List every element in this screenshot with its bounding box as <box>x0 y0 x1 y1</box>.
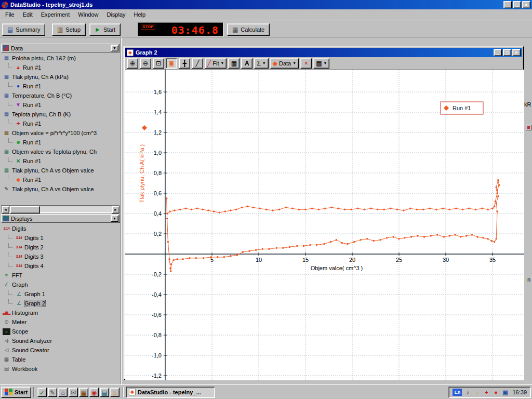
display-item-graph[interactable]: ∠Graph <box>1 280 120 289</box>
display-item-table[interactable]: ▦Table <box>1 355 120 364</box>
pressure-volume-chart[interactable]: 1,61,41,21,00,80,60,40,2-0,2-0,4-0,6-0,8… <box>125 70 524 380</box>
run-item[interactable]: ●Run #1 <box>1 82 120 91</box>
display-item-digits-1[interactable]: 3.14Digits 1 <box>1 233 120 243</box>
graph-window-titlebar[interactable]: ◆ Graph 2 _ □ × <box>125 48 522 57</box>
health-icon[interactable]: + <box>483 389 490 396</box>
graph-maximize-icon[interactable]: □ <box>503 49 511 56</box>
data-point <box>436 234 438 236</box>
legend-label: Run #1 <box>453 105 471 111</box>
quicklaunch-calc-icon[interactable]: ▦ <box>79 388 88 397</box>
data-item[interactable]: ▦Temperature, Ch B (°C) <box>1 91 120 100</box>
graph-plot-area[interactable]: 1,61,41,21,00,80,60,40,2-0,2-0,4-0,6-0,8… <box>125 70 524 380</box>
quicklaunch-opera-icon[interactable]: ♨ <box>110 388 119 397</box>
y-tick-label: -0,6 <box>152 312 162 318</box>
display-item-sound-creator[interactable]: ◁Sound Creator <box>1 345 120 355</box>
scale-to-fit-button[interactable]: ▣ <box>166 58 177 69</box>
updater-icon[interactable]: ▣ <box>501 389 509 396</box>
display-item-histogram[interactable]: ▃▆▂Histogram <box>1 308 120 317</box>
data-item-label: Tlak plynu, Ch A (kPa) <box>12 74 69 80</box>
data-item[interactable]: ▦Tlak plynu, Ch A (kPa) <box>1 72 120 82</box>
display-item-meter[interactable]: ⊙Meter <box>1 317 120 327</box>
run-item[interactable]: ■Run #1 <box>1 138 120 147</box>
displays-dropdown-icon[interactable]: ▼ <box>111 215 118 222</box>
data-point <box>350 208 352 210</box>
menu-display[interactable]: Display <box>102 10 129 19</box>
graph-minimize-icon[interactable]: _ <box>494 49 502 56</box>
smart-tool-button[interactable]: ╋ <box>179 58 190 69</box>
data-point <box>213 210 215 212</box>
main-toolbar: ▤ Summary ▥ Setup ► Start STOP 03:46.8 ▦… <box>0 20 532 37</box>
data-point <box>487 238 489 240</box>
display-item-digits-4[interactable]: 3.14Digits 4 <box>1 261 120 271</box>
menu-window[interactable]: Window <box>74 10 102 19</box>
statistics-menu-button[interactable]: Σ▼ <box>254 58 268 69</box>
data-item[interactable]: ▦Poloha pistu, Ch 1&2 (m) <box>1 54 120 63</box>
data-point <box>309 244 311 246</box>
close-icon[interactable]: × <box>522 1 530 8</box>
maximize-icon[interactable]: □ <box>513 1 521 8</box>
minimize-icon[interactable]: _ <box>503 1 512 8</box>
quicklaunch-desktop-icon[interactable]: ⌂ <box>58 388 68 397</box>
data-menu-button[interactable]: ◆Data▼ <box>270 58 299 69</box>
menu-experiment[interactable]: Experiment <box>37 10 74 19</box>
graph-settings-menu-button[interactable]: ▦▼ <box>313 58 329 69</box>
slope-tool-button[interactable]: ╱ <box>192 58 203 69</box>
data-dropdown-icon[interactable]: ▼ <box>111 45 118 51</box>
display-item-scope[interactable]: ≈Scope <box>1 327 120 336</box>
taskbar-clock: 16:39 <box>511 389 527 395</box>
zoom-out-button[interactable]: ⊖ <box>140 58 151 69</box>
volume-icon[interactable]: ♪ <box>464 389 471 396</box>
quicklaunch-books-icon[interactable]: ▤ <box>100 388 109 397</box>
zoom-select-button[interactable]: ⊡ <box>153 58 164 69</box>
display-item-graph-2[interactable]: ∠Graph 2 <box>1 299 120 308</box>
menu-help[interactable]: Help <box>130 10 150 19</box>
data-series-line <box>167 180 499 271</box>
data-item[interactable]: ✎Tlak plynu, Ch A vs Objem valce <box>1 184 120 194</box>
display-item-digits[interactable]: 3.14Digits <box>1 224 120 233</box>
calculate-button[interactable]: ▦ Calculate <box>227 23 270 36</box>
quicklaunch-check-icon[interactable]: ✓ <box>37 388 47 397</box>
app-title: DataStudio - tepelny_stroj1.ds <box>10 2 503 8</box>
quicklaunch-browser-icon[interactable]: ◉ <box>89 388 99 397</box>
run-item[interactable]: +Run #1 <box>1 119 120 128</box>
antivirus-icon[interactable]: ● <box>492 389 499 396</box>
scroll-left-icon[interactable]: ◄ <box>2 206 9 214</box>
display-item-digits-3[interactable]: 3.14Digits 3 <box>1 252 120 261</box>
language-indicator[interactable]: En <box>453 389 462 396</box>
data-item[interactable]: ▦Tlak plynu, Ch A vs Objem valce <box>1 166 120 175</box>
zoom-in-button[interactable]: ⊕ <box>127 58 138 69</box>
setup-button[interactable]: ▥ Setup <box>52 23 86 36</box>
graph-close-icon[interactable]: × <box>512 49 521 56</box>
start-button[interactable]: ► Start <box>89 23 121 36</box>
display-item-graph-1[interactable]: ∠Graph 1 <box>1 289 120 299</box>
delete-button[interactable]: × <box>300 58 312 69</box>
calculator-button[interactable]: ▦ <box>228 58 240 69</box>
quicklaunch-notes-icon[interactable]: ✎ <box>48 388 57 397</box>
scrollbar-thumb[interactable] <box>10 206 40 214</box>
display-item-fft[interactable]: ≈FFT <box>1 271 120 280</box>
data-item[interactable]: ▦Objem valce = pi*r*r*y*100 (cm^3 <box>1 128 120 138</box>
run-item[interactable]: ×Run #1 <box>1 156 120 166</box>
quicklaunch-mail-icon[interactable]: ✉ <box>69 388 78 397</box>
summary-button[interactable]: ▤ Summary <box>2 23 45 36</box>
run-item[interactable]: ▲Run #1 <box>1 63 120 72</box>
scheduler-icon[interactable]: ☼ <box>473 389 481 396</box>
run-item[interactable]: ▼Run #1 <box>1 100 120 110</box>
data-tree-scrollbar[interactable]: ◄ ► <box>1 205 120 213</box>
data-item[interactable]: ▦Teplota plynu, Ch B (K) <box>1 110 120 119</box>
display-item-digits-2[interactable]: 3.14Digits 2 <box>1 243 120 252</box>
display-item-workbook[interactable]: ▤Workbook <box>1 364 120 374</box>
menu-file[interactable]: File <box>1 10 19 19</box>
display-item-label: Digits 1 <box>24 235 44 241</box>
data-point <box>360 239 362 241</box>
run-item[interactable]: ◆Run #1 <box>1 175 120 184</box>
scroll-right-icon[interactable]: ► <box>112 206 119 214</box>
fit-menu-button[interactable]: ╱Fit▼ <box>205 58 227 69</box>
datastudio-task-button[interactable]: ◆ DataStudio - tepelny_... <box>126 387 215 398</box>
display-item-sound-analyzer[interactable]: ◁)Sound Analyzer <box>1 336 120 345</box>
setup-icon: ▥ <box>57 26 63 33</box>
data-item[interactable]: ▦Objem valce vs Teplota plynu, Ch <box>1 147 120 156</box>
text-annotation-button[interactable]: A <box>241 58 252 69</box>
start-menu-button[interactable]: Start <box>1 387 31 398</box>
menu-edit[interactable]: Edit <box>19 10 37 19</box>
